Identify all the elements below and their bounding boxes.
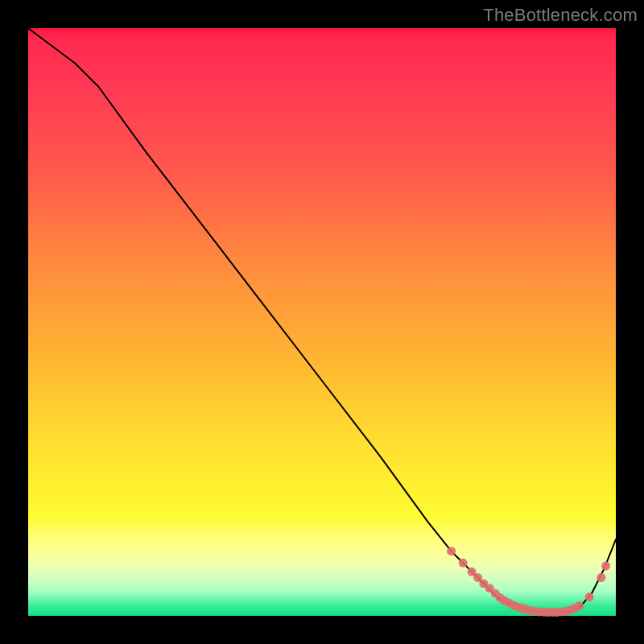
chart-container: TheBottleneck.com <box>0 0 644 644</box>
curve-marker <box>447 547 456 555</box>
curve-markers <box>447 547 610 617</box>
curve-marker <box>597 573 605 582</box>
curve-marker <box>459 559 468 568</box>
curve-marker <box>585 592 594 601</box>
curve-marker <box>575 601 584 610</box>
curve-marker <box>601 562 610 571</box>
chart-svg <box>28 28 616 616</box>
watermark-text: TheBottleneck.com <box>483 5 638 26</box>
plot-area <box>28 28 616 616</box>
bottleneck-curve-line <box>28 28 616 613</box>
